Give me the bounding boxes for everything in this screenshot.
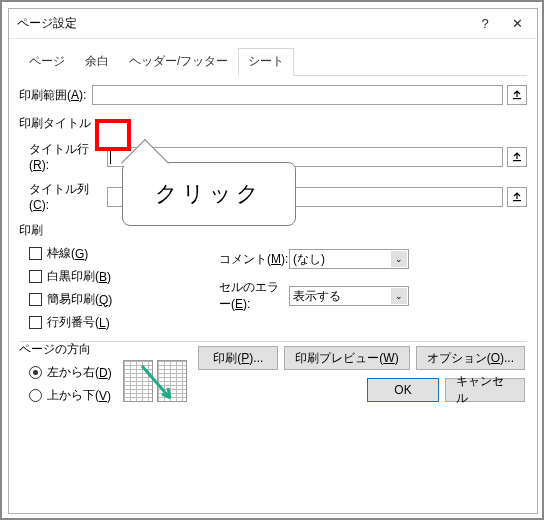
svg-rect-2	[513, 200, 521, 201]
tab-bar: ページ 余白 ヘッダー/フッター シート	[19, 47, 527, 76]
tab-page[interactable]: ページ	[19, 48, 75, 76]
cancel-button[interactable]: キャンセル	[445, 378, 525, 402]
chevron-down-icon: ⌄	[391, 251, 407, 267]
svg-rect-0	[513, 98, 521, 99]
draft-checkbox[interactable]: 簡易印刷(Q)	[29, 291, 219, 308]
options-button[interactable]: オプション(O)...	[416, 346, 525, 370]
order-ttb-radio[interactable]: 上から下(V)	[29, 387, 112, 404]
print-titles-section: 印刷タイトル	[19, 115, 527, 132]
page-order-preview	[120, 358, 190, 404]
close-button[interactable]: ✕	[501, 10, 533, 38]
tab-sheet[interactable]: シート	[238, 48, 294, 76]
print-area-input[interactable]	[92, 85, 503, 105]
print-area-label: 印刷範囲(A):	[19, 87, 86, 104]
titlebar: ページ設定 ? ✕	[9, 9, 537, 39]
collapse-icon[interactable]	[507, 85, 527, 105]
window-title: ページ設定	[17, 15, 469, 32]
comments-label: コメント(M):	[219, 251, 289, 268]
print-preview-button[interactable]: 印刷プレビュー(W)	[284, 346, 409, 370]
help-button[interactable]: ?	[469, 10, 501, 38]
print-button[interactable]: 印刷(P)...	[198, 346, 278, 370]
order-ltr-radio[interactable]: 左から右(D)	[29, 364, 112, 381]
ok-button[interactable]: OK	[367, 378, 439, 402]
collapse-icon[interactable]	[507, 147, 527, 167]
comments-combo[interactable]: (なし)⌄	[289, 249, 409, 269]
page-setup-dialog: ページ設定 ? ✕ ページ 余白 ヘッダー/フッター シート 印刷範囲(A): …	[8, 8, 538, 514]
errors-combo[interactable]: 表示する⌄	[289, 286, 409, 306]
gridlines-checkbox[interactable]: 枠線(G)	[29, 245, 219, 262]
tab-margin[interactable]: 余白	[75, 48, 119, 76]
rowcol-checkbox[interactable]: 行列番号(L)	[29, 314, 219, 331]
title-rows-label: タイトル行(R):	[29, 141, 107, 172]
tab-header-footer[interactable]: ヘッダー/フッター	[119, 48, 238, 76]
errors-label: セルのエラー(E):	[219, 279, 289, 313]
chevron-down-icon: ⌄	[391, 288, 407, 304]
svg-rect-1	[513, 160, 521, 161]
title-cols-label: タイトル列(C):	[29, 181, 107, 212]
blackwhite-checkbox[interactable]: 白黒印刷(B)	[29, 268, 219, 285]
collapse-icon[interactable]	[507, 187, 527, 207]
